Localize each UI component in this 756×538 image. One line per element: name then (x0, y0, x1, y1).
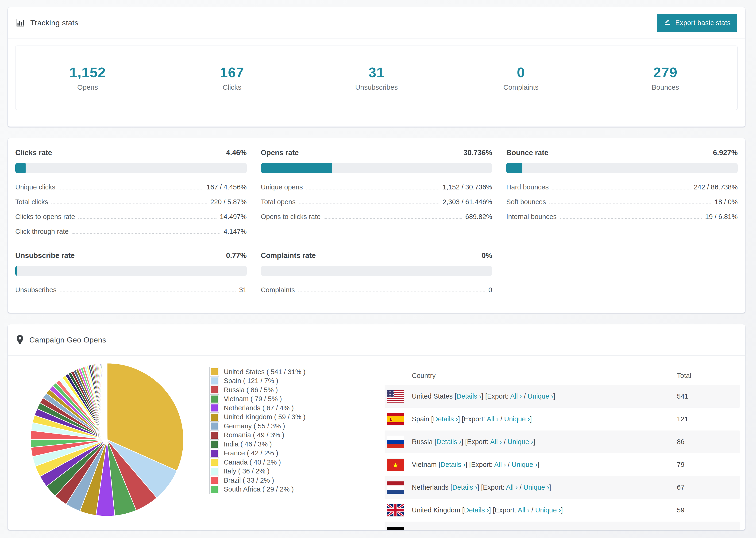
bracket-text: ] (561, 506, 563, 514)
export-all-link[interactable]: All › (518, 506, 529, 514)
export-all-link[interactable]: All › (490, 438, 502, 446)
details-link[interactable]: Details › (441, 461, 465, 468)
bracket-text: ] [Export: (489, 506, 518, 514)
dotted-leader (299, 203, 439, 204)
export-basic-stats-button[interactable]: Export basic stats (657, 14, 737, 32)
flag-ru-icon (387, 436, 404, 448)
geo-table-header: Country Total (385, 366, 740, 385)
legend-label: United States ( 541 / 31% ) (224, 368, 305, 376)
rate-progress-bar (15, 163, 247, 173)
rate-progress-bar (15, 266, 247, 276)
legend-item-ro: Romania ( 49 / 3% ) (210, 431, 305, 440)
rate-block-bounce-rate: Bounce rate6.927%Hard bounces242 / 86.73… (506, 149, 738, 236)
rate-value: 6.927% (713, 149, 738, 157)
rate-row-label: Unique clicks (15, 183, 55, 191)
rate-rows: Unique opens1,152 / 30.736%Total opens2,… (261, 183, 492, 221)
legend-item-vn: Vietnam ( 79 / 5% ) (210, 395, 305, 404)
details-link[interactable]: Details › (444, 529, 468, 530)
legend-swatch (210, 467, 219, 476)
bracket-text: ] (537, 461, 539, 468)
total-cell: 79 (677, 461, 740, 468)
rate-row-label: Complaints (261, 286, 295, 294)
export-unique-link[interactable]: Unique › (535, 506, 561, 514)
table-row-vn: Vietnam [Details ›] [Export: All › / Uni… (385, 453, 740, 476)
export-all-link[interactable]: All › (494, 461, 506, 468)
country-name: Russia [ (412, 438, 436, 446)
legend-label: France ( 42 / 2% ) (224, 449, 278, 457)
rate-row-value: 1,152 / 30.736% (443, 183, 492, 191)
column-header-country: Country (385, 372, 677, 380)
bracket-text: ] (540, 529, 542, 530)
details-link[interactable]: Details › (457, 393, 481, 400)
rate-row: Total opens2,303 / 61.446% (261, 198, 492, 206)
export-unique-link[interactable]: Unique › (527, 393, 553, 400)
export-unique-link[interactable]: Unique › (514, 529, 540, 530)
rate-progress-fill (261, 163, 332, 173)
legend-label: South Africa ( 29 / 2% ) (224, 485, 294, 493)
slash-text: / (522, 393, 527, 400)
legend-item-it: Italy ( 36 / 2% ) (210, 467, 305, 476)
export-all-link[interactable]: All › (510, 393, 522, 400)
stat-label: Unsubscribes (355, 83, 398, 91)
pie-slice-61[interactable] (107, 363, 107, 440)
export-all-link[interactable]: All › (497, 529, 509, 530)
stat-value: 167 (220, 64, 244, 81)
bracket-text: ] [Export: (469, 529, 498, 530)
table-row-de: Germany [Details ›] [Export: All › / Uni… (385, 521, 740, 530)
legend-item-ca: Canada ( 40 / 2% ) (210, 458, 305, 467)
rate-row: Complaints0 (261, 286, 492, 294)
rate-row-label: Unsubscribes (15, 286, 57, 294)
export-all-link[interactable]: All › (487, 415, 499, 423)
rate-row-label: Total clicks (15, 198, 48, 206)
rate-progress-bar (261, 266, 492, 276)
rate-row-value: 19 / 6.81% (705, 213, 738, 221)
rate-row-value: 220 / 5.87% (210, 198, 247, 206)
legend-swatch (210, 367, 219, 376)
rate-rows: Unique clicks167 / 4.456%Total clicks220… (15, 183, 247, 236)
geo-pie-chart[interactable] (29, 362, 185, 517)
export-unique-link[interactable]: Unique › (512, 461, 537, 468)
export-all-link[interactable]: All › (506, 484, 518, 491)
legend-label: Italy ( 36 / 2% ) (224, 467, 270, 475)
stat-label: Clicks (223, 83, 242, 91)
export-unique-link[interactable]: Unique › (508, 438, 533, 446)
dotted-leader (552, 189, 690, 189)
dotted-leader (79, 218, 216, 219)
rate-block-complaints-rate: Complaints rate0%Complaints0 (261, 251, 492, 294)
rate-block-unsubscribe-rate: Unsubscribe rate0.77%Unsubscribes31 (15, 251, 247, 294)
export-unique-link[interactable]: Unique › (504, 415, 530, 423)
flag-de-icon (387, 527, 404, 530)
rate-title: Opens rate (261, 149, 299, 157)
legend-label: Spain ( 121 / 7% ) (224, 377, 278, 385)
rate-row-label: Soft bounces (506, 198, 546, 206)
bracket-text: ] [Export: (461, 438, 490, 446)
export-unique-link[interactable]: Unique › (523, 484, 549, 491)
rate-block-clicks-rate: Clicks rate4.46%Unique clicks167 / 4.456… (15, 149, 247, 236)
rate-row: Unsubscribes31 (15, 286, 247, 294)
rate-row: Unique clicks167 / 4.456% (15, 183, 247, 191)
stat-value: 0 (517, 64, 525, 81)
legend-label: Brazil ( 33 / 2% ) (224, 476, 274, 484)
rate-row: Soft bounces18 / 0% (506, 198, 738, 206)
rate-block-opens-rate: Opens rate30.736%Unique opens1,152 / 30.… (261, 149, 492, 236)
details-link[interactable]: Details › (453, 484, 477, 491)
legend-item-es: Spain ( 121 / 7% ) (210, 377, 305, 386)
legend-item-za: South Africa ( 29 / 2% ) (210, 485, 305, 494)
details-link[interactable]: Details › (436, 438, 461, 446)
stat-value: 31 (368, 64, 385, 81)
rates-grid: Clicks rate4.46%Unique clicks167 / 4.456… (8, 138, 745, 294)
details-link[interactable]: Details › (464, 506, 489, 514)
legend-item-de: Germany ( 55 / 3% ) (210, 422, 305, 431)
slash-text: / (502, 438, 508, 446)
geo-body: United States ( 541 / 31% )Spain ( 121 /… (8, 355, 745, 530)
legend-swatch (210, 476, 219, 485)
export-icon (664, 18, 672, 28)
rate-row: Internal bounces19 / 6.81% (506, 213, 738, 221)
details-link[interactable]: Details › (433, 415, 458, 423)
country-name: Spain [ (412, 415, 433, 423)
rate-row-label: Opens to clicks rate (261, 213, 321, 221)
rate-row-value: 167 / 4.456% (207, 183, 247, 191)
rate-row-label: Clicks to opens rate (15, 213, 75, 221)
legend-label: Netherlands ( 67 / 4% ) (224, 404, 294, 412)
legend-swatch (210, 377, 219, 385)
